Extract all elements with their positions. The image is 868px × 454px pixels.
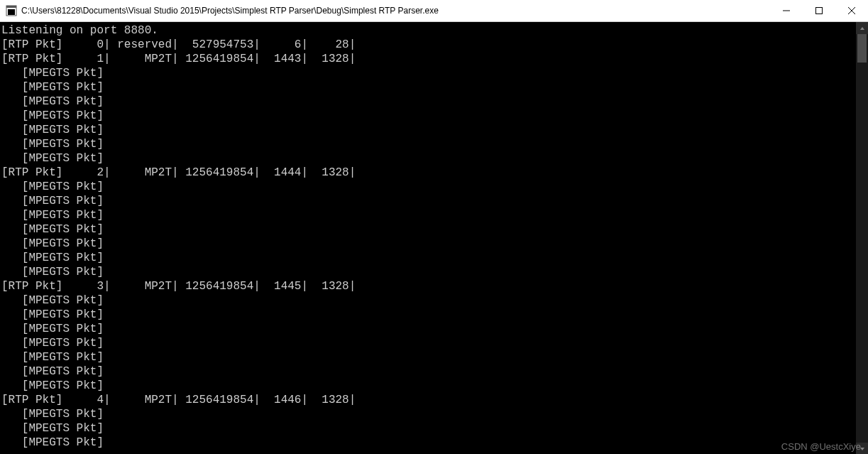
scroll-down-icon[interactable] <box>856 443 868 454</box>
close-button[interactable] <box>835 0 868 21</box>
console-app-icon <box>6 5 17 16</box>
window-title: C:\Users\81228\Documents\Visual Studio 2… <box>21 6 439 16</box>
svg-rect-3 <box>816 8 823 14</box>
maximize-button[interactable] <box>803 0 835 21</box>
scroll-thumb[interactable] <box>857 34 867 63</box>
minimize-button[interactable] <box>770 0 803 21</box>
scroll-up-icon[interactable] <box>856 22 868 34</box>
console-output: Listening on port 8880. [RTP Pkt] 0| res… <box>0 22 856 454</box>
vertical-scrollbar[interactable] <box>856 22 868 454</box>
console-area: Listening on port 8880. [RTP Pkt] 0| res… <box>0 22 868 454</box>
window-controls <box>770 0 868 21</box>
svg-rect-1 <box>6 6 16 8</box>
window-titlebar: C:\Users\81228\Documents\Visual Studio 2… <box>0 0 868 22</box>
svg-rect-2 <box>8 9 15 15</box>
